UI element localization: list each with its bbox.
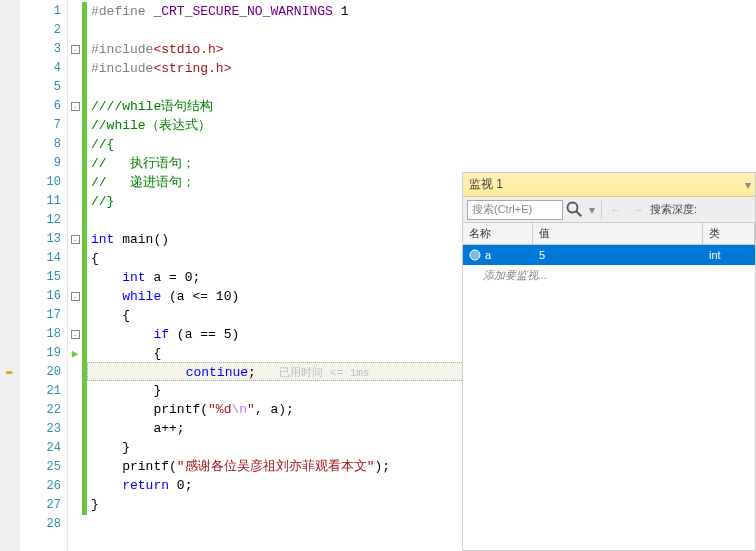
column-header-value[interactable]: 值 <box>533 223 703 244</box>
fold-slot[interactable] <box>68 211 82 230</box>
fold-toggle-icon[interactable]: - <box>71 235 80 244</box>
fold-slot[interactable] <box>68 192 82 211</box>
breakpoint-slot[interactable] <box>0 249 20 268</box>
code-line[interactable]: //{ <box>87 135 756 154</box>
fold-slot[interactable] <box>68 458 82 477</box>
code-token: ( <box>200 402 208 417</box>
watch-name-cell[interactable]: a <box>463 249 533 261</box>
code-token: ; <box>248 365 279 380</box>
dropdown-icon[interactable]: ▾ <box>587 200 597 220</box>
code-line[interactable]: #include<string.h> <box>87 59 756 78</box>
breakpoint-slot[interactable] <box>0 97 20 116</box>
run-to-click-icon[interactable]: ▶ <box>72 347 79 360</box>
line-number: 11 <box>20 192 67 211</box>
code-token <box>91 289 122 304</box>
fold-slot[interactable] <box>68 154 82 173</box>
fold-slot[interactable]: - <box>68 230 82 249</box>
code-line[interactable]: ////while语句结构 <box>87 97 756 116</box>
pin-icon[interactable]: ▾ <box>745 178 751 192</box>
fold-toggle-icon[interactable]: - <box>71 45 80 54</box>
fold-slot[interactable] <box>68 306 82 325</box>
breakpoint-slot[interactable] <box>0 477 20 496</box>
fold-slot[interactable] <box>68 59 82 78</box>
fold-slot[interactable]: - <box>68 97 82 116</box>
breakpoint-slot[interactable] <box>0 211 20 230</box>
watch-panel: 监视 1 ▾ 搜索(Ctrl+E) ▾ ← → 搜索深度: 名称 值 类 a5i… <box>462 172 756 551</box>
fold-toggle-icon[interactable]: - <box>71 102 80 111</box>
fold-slot[interactable] <box>68 477 82 496</box>
fold-slot[interactable] <box>68 78 82 97</box>
breakpoint-slot[interactable] <box>0 515 20 534</box>
code-line[interactable] <box>87 21 756 40</box>
line-number: 21 <box>20 382 67 401</box>
nav-forward-icon[interactable]: → <box>628 200 648 220</box>
breakpoint-margin[interactable]: ➨ <box>0 0 20 551</box>
breakpoint-slot[interactable] <box>0 306 20 325</box>
breakpoint-slot[interactable] <box>0 287 20 306</box>
fold-slot[interactable] <box>68 496 82 515</box>
code-token: return <box>122 478 169 493</box>
column-header-name[interactable]: 名称 <box>463 223 533 244</box>
breakpoint-slot[interactable] <box>0 78 20 97</box>
code-line[interactable]: #define _CRT_SECURE_NO_WARNINGS 1 <box>87 2 756 21</box>
fold-slot[interactable] <box>68 420 82 439</box>
breakpoint-slot[interactable] <box>0 325 20 344</box>
code-line[interactable]: // 执行语句； <box>87 154 756 173</box>
fold-slot[interactable] <box>68 382 82 401</box>
breakpoint-slot[interactable]: ➨ <box>0 363 20 382</box>
breakpoint-slot[interactable] <box>0 344 20 363</box>
fold-toggle-icon[interactable]: - <box>71 292 80 301</box>
search-input[interactable]: 搜索(Ctrl+E) <box>467 200 563 220</box>
nav-back-icon[interactable]: ← <box>606 200 626 220</box>
code-token: continue <box>186 365 248 380</box>
breakpoint-slot[interactable] <box>0 40 20 59</box>
breakpoint-slot[interactable] <box>0 439 20 458</box>
watch-column-header[interactable]: 名称 值 类 <box>463 223 755 245</box>
breakpoint-slot[interactable] <box>0 496 20 515</box>
breakpoint-slot[interactable] <box>0 173 20 192</box>
fold-slot[interactable] <box>68 2 82 21</box>
fold-slot[interactable]: - <box>68 325 82 344</box>
breakpoint-slot[interactable] <box>0 116 20 135</box>
breakpoint-slot[interactable] <box>0 2 20 21</box>
breakpoint-slot[interactable] <box>0 135 20 154</box>
fold-toggle-icon[interactable]: - <box>71 330 80 339</box>
breakpoint-slot[interactable] <box>0 401 20 420</box>
fold-slot[interactable] <box>68 173 82 192</box>
code-line[interactable]: //while（表达式） <box>87 116 756 135</box>
search-icon[interactable] <box>565 200 585 220</box>
line-number: 12 <box>20 211 67 230</box>
fold-slot[interactable] <box>68 249 82 268</box>
code-line[interactable] <box>87 78 756 97</box>
watch-row[interactable]: a5int <box>463 245 755 265</box>
fold-slot[interactable] <box>68 268 82 287</box>
fold-slot[interactable] <box>68 21 82 40</box>
breakpoint-slot[interactable] <box>0 230 20 249</box>
breakpoint-slot[interactable] <box>0 420 20 439</box>
svg-point-2 <box>470 250 480 260</box>
fold-slot[interactable] <box>68 515 82 534</box>
watch-value-cell[interactable]: 5 <box>533 249 703 261</box>
fold-slot[interactable] <box>68 363 82 382</box>
fold-slot[interactable]: - <box>68 287 82 306</box>
code-token <box>91 459 122 474</box>
fold-slot[interactable] <box>68 135 82 154</box>
fold-column[interactable]: -----▶ <box>68 0 82 551</box>
fold-slot[interactable] <box>68 116 82 135</box>
line-number: 7 <box>20 116 67 135</box>
breakpoint-slot[interactable] <box>0 59 20 78</box>
fold-slot[interactable] <box>68 401 82 420</box>
fold-slot[interactable]: ▶ <box>68 344 82 363</box>
breakpoint-slot[interactable] <box>0 154 20 173</box>
watch-panel-title-bar[interactable]: 监视 1 ▾ <box>463 173 755 197</box>
breakpoint-slot[interactable] <box>0 21 20 40</box>
breakpoint-slot[interactable] <box>0 382 20 401</box>
breakpoint-slot[interactable] <box>0 268 20 287</box>
breakpoint-slot[interactable] <box>0 458 20 477</box>
fold-slot[interactable] <box>68 439 82 458</box>
fold-slot[interactable]: - <box>68 40 82 59</box>
breakpoint-slot[interactable] <box>0 192 20 211</box>
column-header-type[interactable]: 类 <box>703 223 755 244</box>
watch-add-placeholder[interactable]: 添加要监视... <box>463 265 755 285</box>
code-line[interactable]: #include<stdio.h> <box>87 40 756 59</box>
